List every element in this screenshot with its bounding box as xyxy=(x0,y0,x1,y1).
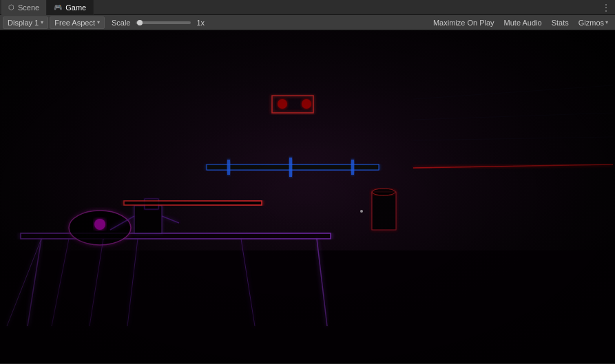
svg-point-13 xyxy=(302,99,311,109)
toolbar: Display 1 ▾ Free Aspect ▾ Scale 1x Maxim… xyxy=(0,15,615,30)
svg-line-37 xyxy=(52,239,69,326)
mute-audio-button[interactable]: Mute Audio xyxy=(500,17,546,29)
scale-label: Scale xyxy=(109,19,134,27)
svg-line-22 xyxy=(317,239,327,326)
svg-line-38 xyxy=(90,239,103,326)
display-dropdown[interactable]: Display 1 ▾ xyxy=(3,17,48,29)
svg-line-33 xyxy=(413,85,613,99)
scale-container: Scale 1x xyxy=(106,19,210,27)
svg-point-31 xyxy=(372,189,395,195)
tab-bar: ⬡ Scene 🎮 Game ⋮ xyxy=(0,0,615,15)
svg-line-36 xyxy=(7,239,41,326)
svg-rect-0 xyxy=(0,30,615,363)
svg-rect-14 xyxy=(207,164,379,170)
aspect-dropdown[interactable]: Free Aspect ▾ xyxy=(50,17,105,29)
gizmos-button[interactable]: Gizmos ▾ xyxy=(574,17,612,29)
tab-more-button[interactable]: ⋮ xyxy=(597,0,615,15)
toolbar-right: Maximize On Play Mute Audio Stats Gizmos… xyxy=(429,17,612,29)
stats-label: Stats xyxy=(552,19,569,27)
aspect-label: Free Aspect xyxy=(54,19,95,27)
gizmos-label: Gizmos xyxy=(578,19,604,27)
tab-game[interactable]: 🎮 Game xyxy=(47,0,94,15)
tab-scene-label: Scene xyxy=(18,3,39,12)
svg-point-23 xyxy=(69,211,131,245)
svg-rect-30 xyxy=(372,192,396,230)
svg-line-35 xyxy=(413,137,613,140)
aspect-dropdown-arrow: ▾ xyxy=(97,19,100,25)
svg-rect-17 xyxy=(351,160,354,175)
svg-rect-1 xyxy=(0,250,615,363)
svg-rect-18 xyxy=(21,233,331,239)
svg-point-24 xyxy=(94,219,105,230)
scene-icon: ⬡ xyxy=(8,3,14,11)
tab-game-label: Game xyxy=(65,3,86,12)
svg-line-27 xyxy=(110,216,134,230)
svg-line-39 xyxy=(413,164,613,168)
svg-rect-11 xyxy=(272,96,313,113)
stats-button[interactable]: Stats xyxy=(548,17,573,29)
svg-rect-25 xyxy=(134,206,162,233)
svg-line-34 xyxy=(413,113,613,120)
svg-point-32 xyxy=(360,210,363,213)
svg-line-21 xyxy=(241,239,255,326)
svg-rect-15 xyxy=(227,160,230,175)
game-viewport xyxy=(0,30,615,363)
gizmos-dropdown-arrow: ▾ xyxy=(605,19,608,25)
mute-label: Mute Audio xyxy=(504,19,542,27)
tab-scene[interactable]: ⬡ Scene xyxy=(1,0,47,15)
scale-slider[interactable] xyxy=(136,21,191,24)
game-icon: 🎮 xyxy=(54,3,62,11)
svg-rect-44 xyxy=(0,30,615,363)
svg-rect-16 xyxy=(289,158,292,177)
svg-line-28 xyxy=(162,216,179,223)
svg-line-19 xyxy=(28,239,41,326)
scale-value: 1x xyxy=(194,19,207,27)
maximize-label: Maximize On Play xyxy=(433,19,494,27)
svg-point-12 xyxy=(278,99,287,109)
svg-line-20 xyxy=(127,239,138,326)
display-label: Display 1 xyxy=(8,19,39,27)
display-dropdown-arrow: ▾ xyxy=(41,19,43,25)
svg-rect-29 xyxy=(124,201,262,205)
maximize-on-play-button[interactable]: Maximize On Play xyxy=(429,17,499,29)
scale-thumb xyxy=(137,20,143,25)
scene-render xyxy=(0,30,615,363)
svg-rect-26 xyxy=(145,199,158,209)
